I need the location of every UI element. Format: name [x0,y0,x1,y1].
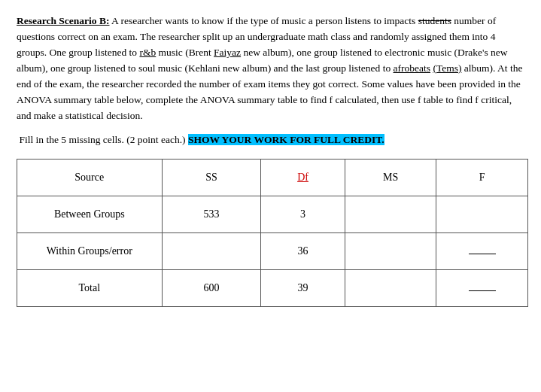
between-ms [345,196,436,232]
table-row-total: Total 600 39 [17,269,528,306]
within-source: Within Groups/error [17,232,163,269]
fill-instruction-text: Fill in the 5 missing cells. (2 point ea… [19,134,185,145]
intro-body: A researcher wants to know if the type o… [109,15,418,26]
within-df: 36 [261,232,345,269]
highlight-text: SHOW YOUR WORK FOR FULL CREDIT. [188,134,384,145]
between-f [436,196,528,232]
fill-instruction-line: Fill in the 5 missing cells. (2 point ea… [17,132,524,147]
total-f-dash [469,290,496,291]
header-ss: SS [162,159,261,196]
between-ss: 533 [162,196,261,232]
total-df: 39 [261,269,345,306]
intro-paragraph: Research Scenario B: A researcher wants … [17,14,524,123]
intro-after-underline1: music (Brent [156,47,214,58]
strikethrough-students: students [418,15,451,26]
total-ms [345,269,436,306]
table-header-row: Source SS Df MS F [17,159,528,196]
paren-tems: (Tems) [433,62,461,74]
anova-table: Source SS Df MS F Between Groups 533 3 W… [17,159,528,307]
underline-faiyaz: Faiyaz [214,47,241,58]
within-f-dash [469,254,496,254]
table-row-within: Within Groups/error 36 [17,232,528,269]
within-ss [162,232,261,269]
between-source: Between Groups [17,196,163,232]
between-df: 3 [261,196,345,232]
underline-rb: r&b [139,47,156,58]
header-df: Df [261,159,345,196]
total-source: Total [17,269,163,306]
table-row-between: Between Groups 533 3 [17,196,528,232]
within-f [436,232,528,269]
df-header-label: Df [297,172,308,183]
total-f [436,269,528,306]
underline-afrobeats: afrobeats [394,62,430,74]
header-ms: MS [345,159,436,196]
header-f: F [436,159,528,196]
scenario-label: Research Scenario B: [17,15,109,26]
within-ms [345,232,436,269]
header-source: Source [17,159,163,196]
total-ss: 600 [162,269,261,306]
